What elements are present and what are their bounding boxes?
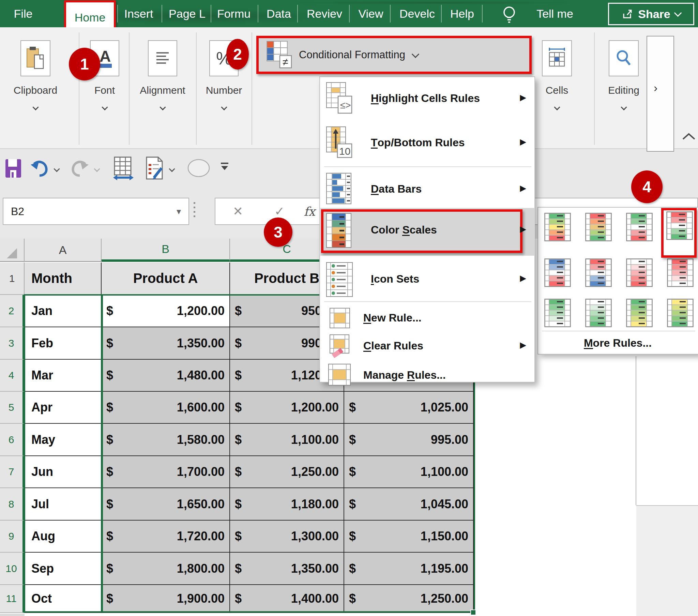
group-label-number: Number <box>190 84 258 96</box>
submenu-arrow-icon: ▶ <box>520 93 526 102</box>
tab-data[interactable]: Data <box>263 0 294 27</box>
color-scales-icon <box>326 213 353 248</box>
find-select-icon <box>614 49 633 68</box>
tab-insert[interactable]: Insert <box>120 0 157 27</box>
menu-item-new-rule[interactable]: New Rule... <box>325 306 530 331</box>
name-box-value: B2 <box>11 205 24 218</box>
menu-item-top-bottom-rules[interactable]: 10 Top/Bottom Rules ▶ <box>325 125 530 163</box>
tab-view[interactable]: View <box>354 0 387 27</box>
name-box-dropdown-icon[interactable]: ▾ <box>177 206 181 217</box>
color-scale-preset-yellow-green[interactable] <box>667 299 694 327</box>
select-all-corner[interactable] <box>0 238 25 262</box>
number-dialog-chevron-icon[interactable] <box>221 104 227 110</box>
undo-chevron-icon[interactable] <box>54 166 60 172</box>
oval-shape-icon[interactable] <box>187 159 211 178</box>
row-header-3[interactable]: 3 <box>0 327 25 360</box>
cancel-button[interactable]: ✕ <box>228 198 248 225</box>
undo-icon[interactable] <box>30 159 49 177</box>
pane-divider <box>636 356 636 505</box>
submenu-arrow-icon: ▶ <box>520 137 526 147</box>
color-scale-preset-blue-white-red[interactable] <box>544 258 571 287</box>
column-width-icon[interactable] <box>112 156 134 180</box>
cells-button[interactable] <box>542 40 572 77</box>
tab-page-layout[interactable]: Page L <box>166 0 208 27</box>
row-header-5[interactable]: 5 <box>0 392 25 424</box>
color-scale-preset-red-yellow-green[interactable] <box>585 213 612 241</box>
menu-item-color-scales[interactable]: Color Scales ▶ <box>325 213 530 250</box>
row-header-7[interactable]: 7 <box>0 456 25 488</box>
title-bar: File Home Insert Page L Formu Data Revie… <box>0 0 698 27</box>
tab-review[interactable]: Reviev <box>303 0 346 27</box>
tell-me-button[interactable]: Tell me <box>528 0 582 27</box>
data-bars-icon <box>326 173 353 205</box>
tab-divider <box>297 5 298 23</box>
clipboard-button[interactable] <box>20 40 51 77</box>
collapse-ribbon-icon[interactable] <box>682 132 696 140</box>
formula-bar-splitter[interactable] <box>194 202 195 217</box>
select-all-triangle-icon <box>7 248 17 258</box>
menu-item-manage-rules[interactable]: Manage Rules... <box>325 363 530 388</box>
row-header-6[interactable]: 6 <box>0 424 25 456</box>
tab-formulas[interactable]: Formu <box>215 0 253 27</box>
color-scale-preset-green-yellow[interactable] <box>626 299 653 327</box>
cell-b1[interactable]: Product A <box>101 262 230 295</box>
cell-a1[interactable]: Month <box>25 262 101 295</box>
share-button[interactable]: Share <box>608 3 694 25</box>
alignment-dialog-chevron-icon[interactable] <box>159 104 166 110</box>
color-scale-preset-red-white-blue[interactable] <box>585 258 612 287</box>
color-scale-preset-red-white[interactable] <box>667 258 694 287</box>
row-header-2[interactable]: 2 <box>0 295 25 327</box>
color-scale-preset-green-white[interactable] <box>544 299 571 327</box>
ribbon-scroll-right-arrow[interactable]: › <box>654 81 657 94</box>
tab-file[interactable]: File <box>10 0 37 27</box>
tab-divider <box>482 5 483 23</box>
alignment-button[interactable] <box>148 40 177 77</box>
row-header-11[interactable]: 11 <box>0 585 25 613</box>
row-header-8[interactable]: 8 <box>0 488 25 521</box>
color-scale-preset-white-green[interactable] <box>585 299 612 327</box>
tab-developer[interactable]: Develc <box>395 0 439 27</box>
svg-text:A: A <box>99 47 111 65</box>
name-box[interactable]: B2 ▾ <box>3 198 189 225</box>
more-rules-item[interactable]: More Rules... <box>538 337 698 350</box>
color-scale-preset-green-white-red[interactable] <box>626 213 653 241</box>
column-header-a[interactable]: A <box>25 238 101 262</box>
redo-chevron-icon[interactable] <box>94 166 100 172</box>
menu-item-icon-sets[interactable]: Icon Sets ▶ <box>325 262 530 299</box>
clipboard-dialog-chevron-icon[interactable] <box>32 104 39 110</box>
menu-item-highlight-cells-rules[interactable]: ≤> Highlight Cells Rules ▶ <box>325 81 530 119</box>
insert-function-button[interactable]: fx <box>299 198 320 225</box>
row-header-10[interactable]: 10 <box>0 552 25 585</box>
submenu-arrow-icon: ▶ <box>520 183 526 193</box>
cells-dialog-chevron-icon[interactable] <box>554 104 560 110</box>
document-edit-icon[interactable] <box>144 156 165 180</box>
column-header-b[interactable]: B <box>101 238 230 262</box>
redo-icon[interactable] <box>70 159 89 177</box>
annotation-step-4: 4 <box>631 170 662 203</box>
color-scale-preset-red-white-green-selected[interactable] <box>666 211 693 240</box>
editing-button[interactable] <box>609 40 639 77</box>
tab-divider <box>258 5 259 23</box>
customize-qat-icon[interactable] <box>221 163 228 170</box>
document-edit-chevron-icon[interactable] <box>169 166 175 172</box>
menu-item-data-bars[interactable]: Data Bars ▶ <box>325 172 530 209</box>
excel-window: File Home Insert Page L Formu Data Revie… <box>0 0 698 616</box>
row-header-9[interactable]: 9 <box>0 521 25 552</box>
row-header-1[interactable]: 1 <box>0 262 25 295</box>
save-icon[interactable] <box>5 159 22 178</box>
conditional-formatting-button[interactable]: ≠ Conditional Formatting <box>259 38 529 72</box>
clear-rules-icon <box>329 334 352 358</box>
annotation-step-1: 1 <box>69 48 100 80</box>
menu-item-clear-rules[interactable]: Clear Rules ▶ <box>325 333 530 359</box>
editing-dialog-chevron-icon[interactable] <box>620 104 627 110</box>
svg-text:≠: ≠ <box>282 56 288 68</box>
color-scale-preset-green-yellow-red[interactable] <box>544 213 571 241</box>
row-header-4[interactable]: 4 <box>0 360 25 392</box>
cell-size-icon <box>547 48 567 69</box>
color-scale-preset-white-red[interactable] <box>626 258 653 287</box>
font-dialog-chevron-icon[interactable] <box>101 104 108 110</box>
menu-divider <box>324 166 531 167</box>
new-rule-icon <box>329 307 350 329</box>
fill-handle[interactable] <box>470 610 476 615</box>
tab-help[interactable]: Help <box>445 0 479 27</box>
